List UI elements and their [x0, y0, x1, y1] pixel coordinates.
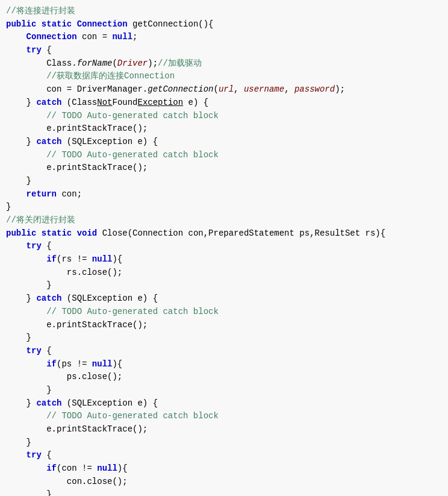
code-line-15: return con; — [0, 188, 448, 201]
code-line-16: } — [0, 201, 448, 214]
code-line-26: } — [0, 331, 448, 345]
code-line-33: e.printStackTrace(); — [0, 423, 448, 436]
code-line-8: } catch (ClassNotFoundException e) { — [0, 96, 448, 110]
code-line-30: } — [0, 384, 448, 397]
code-line-27: try { — [0, 345, 448, 358]
code-line-7: con = DriverManager.getConnection(url, u… — [0, 83, 448, 96]
code-container: //将连接进行封装 public static Connection getCo… — [0, 0, 448, 496]
code-line-28: if(ps != null){ — [0, 358, 448, 371]
code-line-17: //将关闭进行封装 — [0, 214, 448, 227]
code-line-21: rs.close(); — [0, 266, 448, 280]
code-line-9: // TODO Auto-generated catch block — [0, 110, 448, 123]
code-line-18: public static void Close(Connection con,… — [0, 227, 448, 240]
code-line-19: try { — [0, 240, 448, 253]
code-line-20: if(rs != null){ — [0, 253, 448, 266]
code-line-36: if(con != null){ — [0, 462, 448, 476]
code-line-34: } — [0, 436, 448, 450]
comment-text: //将连接进行封装 — [6, 6, 75, 16]
code-line-11: } catch (SQLException e) { — [0, 136, 448, 149]
code-line-13: e.printStackTrace(); — [0, 162, 448, 175]
code-line-1: //将连接进行封装 — [0, 5, 448, 18]
code-line-2: public static Connection getConnection()… — [0, 18, 448, 31]
code-line-4: try { — [0, 44, 448, 57]
code-line-10: e.printStackTrace(); — [0, 122, 448, 136]
code-line-24: // TODO Auto-generated catch block — [0, 306, 448, 319]
code-line-38: } — [0, 488, 448, 496]
code-line-35: try { — [0, 449, 448, 462]
code-line-5: Class.forName(Driver);//加载驱动 — [0, 57, 448, 71]
code-line-22: } — [0, 279, 448, 292]
code-line-12: // TODO Auto-generated catch block — [0, 149, 448, 162]
code-line-29: ps.close(); — [0, 371, 448, 384]
code-line-37: con.close(); — [0, 476, 448, 489]
code-line-14: } — [0, 175, 448, 188]
code-line-3: Connection con = null; — [0, 31, 448, 44]
code-line-32: // TODO Auto-generated catch block — [0, 410, 448, 423]
code-line-23: } catch (SQLException e) { — [0, 292, 448, 306]
code-line-25: e.printStackTrace(); — [0, 319, 448, 332]
code-line-31: } catch (SQLException e) { — [0, 397, 448, 410]
code-line-6: //获取数据库的连接Connection — [0, 70, 448, 83]
